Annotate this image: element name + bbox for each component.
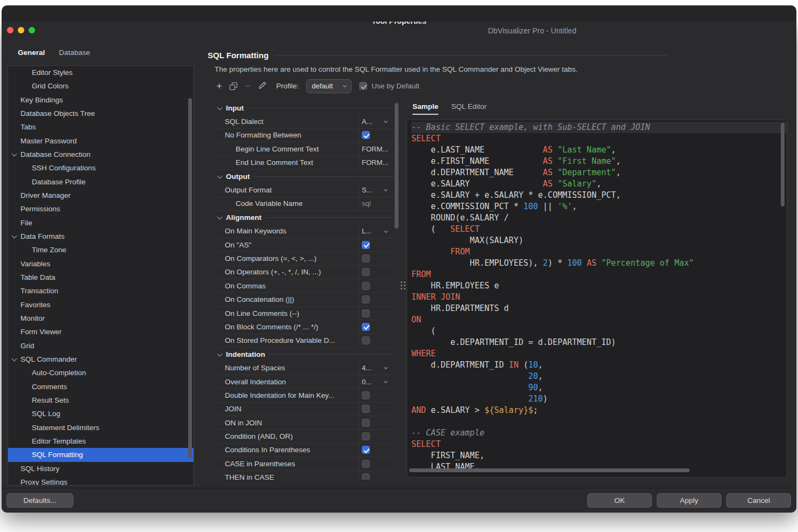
setting-text-cell[interactable]: sql: [359, 197, 394, 210]
tab-database[interactable]: Database: [59, 49, 90, 57]
setting-dropdown[interactable]: A...: [359, 115, 394, 128]
section-title: Input: [226, 104, 244, 112]
use-by-default-checkbox[interactable]: [359, 82, 367, 90]
dropdown-value: A...: [362, 118, 373, 126]
tree-scrollbar[interactable]: [188, 98, 192, 458]
tree-item-driver-manager[interactable]: Driver Manager: [8, 189, 194, 202]
tree-item-table-data[interactable]: Table Data: [8, 271, 194, 284]
section-header-indentation[interactable]: Indentation: [215, 348, 399, 361]
profile-dropdown[interactable]: default: [306, 79, 352, 93]
setting-text-cell[interactable]: FORM...: [359, 156, 394, 169]
remove-profile-icon[interactable]: −: [245, 81, 251, 91]
edit-profile-icon[interactable]: [258, 81, 266, 91]
tree-item-sql-commander[interactable]: SQL Commander: [8, 353, 194, 366]
setting-label: Overall Indentation: [215, 375, 359, 388]
chevron-down-icon: [384, 365, 388, 369]
checkbox[interactable]: [362, 432, 370, 440]
tree-item-sql-formatting[interactable]: SQL Formatting: [8, 448, 194, 461]
tree-item-sql-log[interactable]: SQL Log: [8, 407, 194, 420]
setting-checkbox-cell: [359, 430, 394, 443]
ok-button[interactable]: OK: [587, 493, 652, 508]
duplicate-profile-icon[interactable]: [230, 82, 237, 90]
checkbox[interactable]: [362, 460, 370, 468]
checkbox[interactable]: [362, 473, 370, 480]
section-header-alignment[interactable]: Alignment: [215, 211, 399, 224]
tree-item-database-profile[interactable]: Database Profile: [8, 175, 194, 189]
checkbox[interactable]: [362, 405, 370, 413]
tab-general[interactable]: General: [18, 49, 45, 57]
tree-item-sql-history[interactable]: SQL History: [8, 462, 194, 475]
code-horizontal-scrollbar[interactable]: [409, 468, 690, 472]
setting-dropdown[interactable]: 4...: [359, 361, 394, 374]
tree-item-monitor[interactable]: Monitor: [8, 312, 194, 325]
setting-dropdown[interactable]: S...: [359, 183, 394, 196]
tree-item-variables[interactable]: Variables: [8, 257, 194, 271]
tree-item-editor-styles[interactable]: Editor Styles: [8, 66, 194, 79]
close-button[interactable]: [7, 27, 13, 33]
tree-item-permissions[interactable]: Permissions: [8, 202, 194, 216]
tree-item-key-bindings[interactable]: Key Bindings: [8, 93, 194, 107]
tree-item-tabs[interactable]: Tabs: [8, 120, 194, 134]
splitter-handle[interactable]: [401, 281, 405, 289]
checkbox[interactable]: [362, 254, 370, 262]
defaults-button[interactable]: Defaults...: [6, 493, 73, 508]
setting-checkbox-cell: [359, 252, 394, 265]
tree-item-favorites[interactable]: Favorites: [8, 298, 194, 312]
checkbox[interactable]: [362, 268, 370, 276]
checkbox[interactable]: [362, 391, 370, 399]
cancel-button[interactable]: Cancel: [726, 493, 791, 508]
checkbox[interactable]: [362, 295, 370, 303]
checkbox[interactable]: [362, 419, 370, 427]
add-profile-icon[interactable]: +: [216, 81, 222, 91]
tree-item-proxy-settings[interactable]: Proxy Settings: [8, 475, 194, 486]
zoom-button[interactable]: [29, 27, 35, 33]
tree-item-master-password[interactable]: Master Password: [8, 134, 194, 148]
tree-item-comments[interactable]: Comments: [8, 380, 194, 393]
section-header-output[interactable]: Output: [215, 170, 399, 183]
chevron-down-icon[interactable]: [12, 151, 17, 157]
setting-dropdown[interactable]: 0...: [359, 375, 394, 388]
tree-item-file[interactable]: File: [8, 216, 194, 230]
checkbox[interactable]: [362, 131, 370, 139]
tree-item-statement-delimiters[interactable]: Statement Delimiters: [8, 421, 194, 434]
setting-row-then-in-case: THEN in CASE: [215, 471, 394, 480]
tree-item-database-connection[interactable]: Database Connection: [8, 148, 194, 161]
checkbox[interactable]: [362, 336, 370, 344]
chevron-down-icon: [217, 105, 223, 110]
tree-item-database-objects-tree[interactable]: Database Objects Tree: [8, 107, 194, 120]
tree-item-grid[interactable]: Grid: [8, 339, 194, 353]
tree-item-time-zone[interactable]: Time Zone: [8, 243, 194, 257]
minimize-button[interactable]: [18, 27, 24, 33]
code-vertical-scrollbar[interactable]: [781, 123, 785, 206]
setting-row-no-formatting-between: No Formatting Between: [215, 129, 394, 142]
tree-item-ssh-configurations[interactable]: SSH Configurations: [8, 161, 194, 175]
tree-item-label: Auto-Completion: [32, 369, 86, 377]
apply-button[interactable]: Apply: [657, 493, 721, 508]
tab-sample[interactable]: Sample: [412, 102, 438, 115]
tree-item-editor-templates[interactable]: Editor Templates: [8, 434, 194, 448]
setting-label: On Comparators (=, <, >, ...): [215, 252, 359, 265]
checkbox[interactable]: [362, 309, 370, 317]
checkbox[interactable]: [362, 323, 370, 331]
dropdown-value: S...: [362, 186, 373, 194]
tree-item-auto-completion[interactable]: Auto-Completion: [8, 366, 194, 379]
setting-row-join: JOIN: [215, 403, 394, 416]
tab-sql-editor[interactable]: SQL Editor: [451, 102, 487, 114]
tree-item-result-sets[interactable]: Result Sets: [8, 393, 194, 407]
tree-item-grid-colors[interactable]: Grid Colors: [8, 79, 194, 93]
setting-dropdown[interactable]: L...: [359, 225, 394, 238]
setting-text-cell[interactable]: FORM...: [359, 142, 394, 155]
checkbox[interactable]: [362, 282, 370, 290]
main-panel: SQL Formatting The properties here are u…: [202, 40, 796, 488]
tool-properties-dialog: Tool Properties DbVisualizer Pro - Untit…: [2, 22, 796, 513]
settings-scrollbar[interactable]: [395, 103, 398, 229]
tree-item-transaction[interactable]: Transaction: [8, 284, 194, 298]
section-header-input[interactable]: Input: [215, 101, 399, 115]
chevron-down-icon[interactable]: [12, 356, 17, 361]
checkbox[interactable]: [362, 446, 370, 454]
chevron-down-icon[interactable]: [12, 233, 17, 238]
tree-item-form-viewer[interactable]: Form Viewer: [8, 325, 194, 338]
tree-item-data-formats[interactable]: Data Formats: [8, 230, 194, 243]
tree-item-label: Favorites: [20, 301, 51, 309]
checkbox[interactable]: [362, 241, 370, 249]
